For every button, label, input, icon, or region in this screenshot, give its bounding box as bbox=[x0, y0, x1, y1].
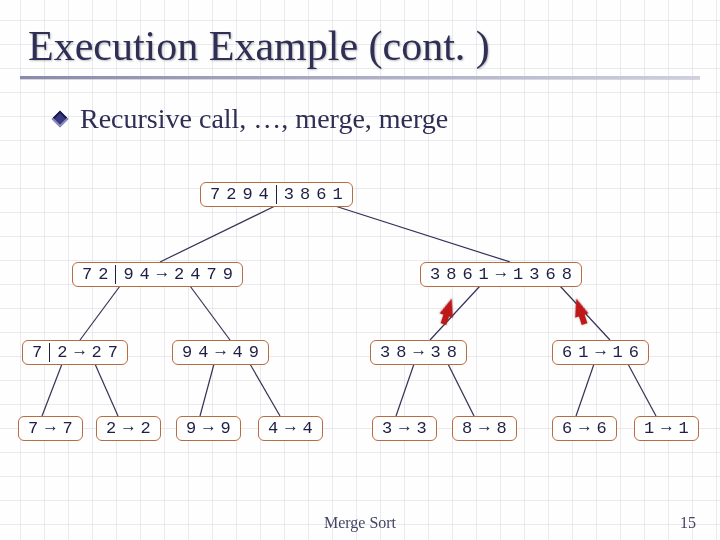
tree-node-l2-3: 61→16 bbox=[552, 340, 649, 365]
svg-line-1 bbox=[335, 206, 510, 262]
merge-arrow-icon bbox=[440, 296, 459, 317]
svg-line-7 bbox=[95, 364, 118, 416]
slide-title: Execution Example (cont. ) bbox=[0, 0, 720, 76]
footer-label: Merge Sort bbox=[0, 514, 720, 532]
svg-line-11 bbox=[448, 364, 474, 416]
tree-canvas: 72943861 7294→2479 3861→1368 72→27 94→49… bbox=[0, 170, 720, 510]
tree-node-l3-7: 1→1 bbox=[634, 416, 699, 441]
tree-node-l3-6: 6→6 bbox=[552, 416, 617, 441]
tree-node-l1-left: 7294→2479 bbox=[72, 262, 243, 287]
svg-line-8 bbox=[200, 364, 214, 416]
subtitle-text: Recursive call, …, merge, merge bbox=[80, 103, 448, 135]
svg-line-13 bbox=[628, 364, 656, 416]
page-number: 15 bbox=[680, 514, 696, 532]
svg-line-12 bbox=[576, 364, 594, 416]
diamond-bullet-icon bbox=[52, 111, 69, 128]
svg-line-10 bbox=[396, 364, 414, 416]
tree-node-l2-1: 94→49 bbox=[172, 340, 269, 365]
tree-node-l1-right: 3861→1368 bbox=[420, 262, 582, 287]
svg-line-3 bbox=[190, 286, 230, 340]
svg-line-4 bbox=[430, 286, 480, 340]
tree-node-l3-3: 4→4 bbox=[258, 416, 323, 441]
tree-node-l3-5: 8→8 bbox=[452, 416, 517, 441]
slide-subtitle: Recursive call, …, merge, merge bbox=[0, 79, 720, 135]
tree-node-l2-0: 72→27 bbox=[22, 340, 128, 365]
tree-node-root: 72943861 bbox=[200, 182, 353, 207]
tree-node-l3-4: 3→3 bbox=[372, 416, 437, 441]
svg-line-2 bbox=[80, 286, 120, 340]
tree-node-l3-0: 7→7 bbox=[18, 416, 83, 441]
tree-node-l2-2: 38→38 bbox=[370, 340, 467, 365]
tree-node-l3-2: 9→9 bbox=[176, 416, 241, 441]
svg-line-0 bbox=[160, 206, 275, 262]
svg-line-9 bbox=[250, 364, 280, 416]
tree-node-l3-1: 2→2 bbox=[96, 416, 161, 441]
merge-arrow-icon bbox=[570, 296, 589, 317]
svg-line-6 bbox=[42, 364, 62, 416]
